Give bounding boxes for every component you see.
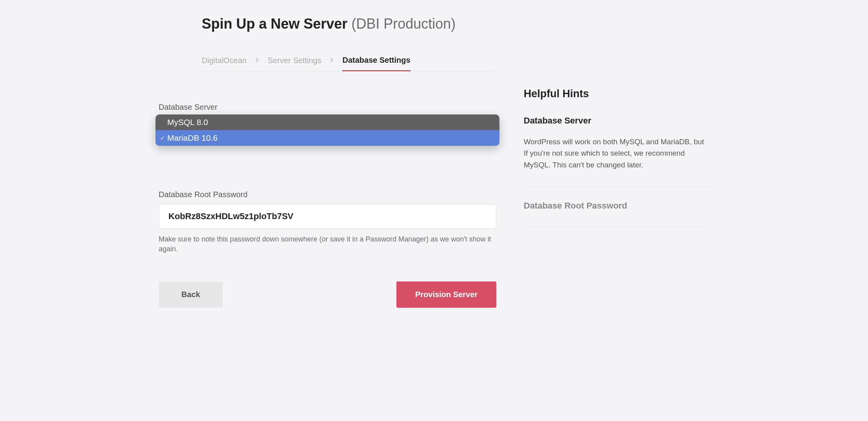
root-password-input[interactable]	[159, 204, 496, 229]
back-button[interactable]: Back	[159, 281, 223, 308]
hints-section-root-password-title[interactable]: Database Root Password	[524, 201, 709, 211]
breadcrumb-item-database-settings[interactable]: Database Settings	[342, 56, 410, 71]
page-title: Spin Up a New Server (DBI Production)	[202, 16, 709, 32]
page-title-bold: Spin Up a New Server	[202, 16, 347, 32]
breadcrumb-item-digitalocean[interactable]: DigitalOcean	[202, 56, 247, 71]
root-password-help: Make sure to note this password down som…	[159, 234, 496, 254]
hints-title: Helpful Hints	[524, 88, 709, 100]
button-row: Back Provision Server	[159, 281, 496, 308]
hints-divider	[524, 227, 709, 227]
hints-section-database-server-title: Database Server	[524, 116, 709, 126]
page-title-context: (DBI Production)	[347, 16, 456, 32]
database-server-label: Database Server	[159, 103, 496, 112]
breadcrumb: DigitalOcean Server Settings Database Se…	[202, 56, 496, 71]
breadcrumb-item-server-settings[interactable]: Server Settings	[268, 56, 322, 71]
dropdown-option-label: MariaDB 10.6	[167, 133, 217, 143]
database-server-field: Database Server MySQL 8.0 ✓ MariaDB 10.6	[159, 103, 496, 143]
check-icon: ✓	[160, 135, 167, 141]
chevron-right-icon	[255, 57, 259, 70]
chevron-right-icon	[330, 57, 334, 70]
helpful-hints-sidebar: Helpful Hints Database Server WordPress …	[524, 56, 709, 308]
dropdown-option-label: MySQL 8.0	[167, 118, 208, 127]
hints-section-database-server-body: WordPress will work on both MySQL and Ma…	[524, 136, 709, 171]
root-password-label: Database Root Password	[159, 190, 496, 199]
hints-divider	[524, 186, 709, 187]
provision-server-button[interactable]: Provision Server	[396, 281, 496, 308]
database-server-dropdown: MySQL 8.0 ✓ MariaDB 10.6	[156, 114, 499, 146]
root-password-field: Database Root Password Make sure to note…	[159, 190, 496, 254]
dropdown-option-mysql[interactable]: MySQL 8.0	[156, 114, 499, 130]
dropdown-option-mariadb[interactable]: ✓ MariaDB 10.6	[156, 130, 499, 146]
